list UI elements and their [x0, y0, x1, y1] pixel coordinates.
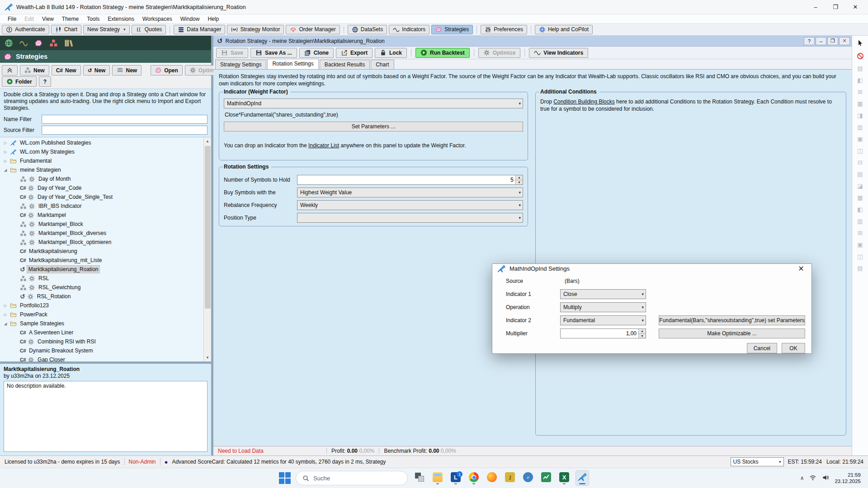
tree-item-label[interactable]: Marktkapitalisierung_Roation: [27, 266, 100, 273]
tree-item-label[interactable]: Marktkapitalisierung_mit_Liste: [28, 257, 103, 264]
indicator-list-link[interactable]: Indicator List: [308, 142, 339, 149]
volume-icon[interactable]: [822, 474, 829, 483]
tree-item[interactable]: ◢meine Strategien: [0, 165, 203, 174]
right-rail-tool-icon[interactable]: ◫: [857, 253, 863, 259]
tree-item-label[interactable]: Day of Year_Code_Single_Test: [36, 193, 114, 201]
maximize-button[interactable]: ❐: [826, 0, 845, 14]
spin-up-icon[interactable]: ▲: [639, 329, 646, 333]
menu-tools[interactable]: Tools: [83, 15, 104, 23]
spin-up-icon[interactable]: ▲: [516, 175, 523, 180]
indicator-combobox[interactable]: MathIndOpInd ▾: [224, 99, 523, 108]
tree-item[interactable]: Marktampel_Block: [0, 220, 203, 229]
data-manager-button[interactable]: Data Manager: [174, 25, 225, 34]
tree-item-label[interactable]: WL.com Published Strategies: [19, 139, 92, 146]
tree-item[interactable]: C#Marktkapitalisierung: [0, 247, 203, 256]
view-indicators-button[interactable]: View Indicators: [529, 48, 588, 58]
tree-item[interactable]: C#Day of Year_Code: [0, 183, 203, 192]
tree-item-label[interactable]: Sample Strategies: [19, 320, 66, 327]
right-rail-tool-icon[interactable]: ⊞: [858, 230, 863, 236]
menu-extensions[interactable]: Extensions: [104, 15, 138, 23]
tree-item[interactable]: ▷Fundamental: [0, 156, 203, 165]
tree-item-label[interactable]: Marktampel_Block_optimieren: [37, 239, 113, 246]
tree-item[interactable]: ▷WL.com Published Strategies: [0, 138, 203, 147]
run-backtest-button[interactable]: Run Backtest: [415, 48, 470, 58]
right-rail-tool-icon[interactable]: ◧: [857, 206, 863, 212]
right-rail-tool-icon[interactable]: ▤: [857, 265, 863, 271]
datasets-button[interactable]: DataSets: [348, 25, 387, 34]
help-and-copilot-button[interactable]: Help and CoPilot: [535, 25, 593, 34]
tree-item[interactable]: C#Day of Year_Code_Single_Test: [0, 192, 203, 202]
market-combobox[interactable]: US Stocks ▾: [731, 457, 784, 466]
tree-item[interactable]: ▷Portfolio123: [0, 301, 203, 310]
tab-rotation-settings[interactable]: Rotation Settings: [267, 59, 318, 69]
taskbar-search[interactable]: Suche: [296, 471, 408, 485]
wealthlab-icon[interactable]: [576, 470, 589, 486]
tab-chart[interactable]: Chart: [371, 60, 394, 69]
new-button[interactable]: ↺New: [83, 65, 110, 75]
tree-item-label[interactable]: Day of Month: [37, 175, 72, 183]
doc-help-button[interactable]: ?: [804, 37, 815, 45]
wifi-icon[interactable]: [809, 474, 816, 483]
tree-item[interactable]: ▷WL.com My Strategies: [0, 147, 203, 156]
order-manager-button[interactable]: Order Manager: [286, 25, 340, 34]
tree-item-label[interactable]: Fundamental: [19, 157, 53, 164]
tree-item-label[interactable]: Marktampel: [36, 211, 67, 219]
right-rail-tool-icon[interactable]: ▣: [857, 242, 863, 248]
menu-help[interactable]: Help: [203, 15, 223, 23]
save-as-button[interactable]: Save As ...: [250, 48, 297, 58]
authenticate-button[interactable]: Authenticate: [2, 25, 49, 34]
right-rail-tool-icon[interactable]: ▦: [857, 101, 863, 107]
menu-view[interactable]: View: [38, 15, 58, 23]
?-button[interactable]: ?: [39, 76, 51, 87]
tree-scrollbar[interactable]: ▲ ▼: [203, 137, 211, 361]
right-rail-tool-icon[interactable]: ⊟: [858, 160, 863, 165]
chrome-icon[interactable]: [467, 470, 481, 486]
right-rail-tool-icon[interactable]: ◫: [857, 148, 863, 154]
doc-maximize-button[interactable]: ❐: [827, 37, 838, 45]
no-entry-icon[interactable]: [857, 52, 864, 60]
symbols-to-hold-stepper[interactable]: ▲▼: [297, 175, 523, 185]
tree-item[interactable]: C#Marktkapitalisierung_mit_Liste: [0, 256, 203, 265]
new-strategy-button[interactable]: New Strategy▾: [83, 25, 130, 34]
tree-collapsed-icon[interactable]: ▷: [3, 313, 8, 317]
tree-item-label[interactable]: WL.com My Strategies: [19, 148, 76, 155]
tree-expanded-icon[interactable]: ◢: [3, 322, 8, 326]
fundamental-set-parameters-button[interactable]: Fundamental(Bars,"sharesoutstanding",tru…: [659, 315, 805, 325]
start-button[interactable]: [279, 472, 291, 484]
tray-expand-icon[interactable]: ∧: [800, 475, 804, 481]
task-view-icon[interactable]: [413, 470, 426, 486]
right-rail-tool-icon[interactable]: ▤: [857, 171, 863, 177]
make-optimizable-button[interactable]: Make Optimizable ...: [659, 328, 805, 338]
libreoffice-icon[interactable]: L1: [449, 470, 462, 486]
tree-item[interactable]: RSL: [0, 274, 203, 283]
operation-combobox[interactable]: Multiply▾: [560, 302, 646, 312]
tree-collapsed-icon[interactable]: ▷: [3, 150, 8, 154]
tree-item-label[interactable]: IBR_IBS Indicator: [37, 202, 83, 210]
tree-item-label[interactable]: Gap Closer: [36, 356, 66, 361]
tree-collapsed-icon[interactable]: ▷: [3, 159, 8, 163]
tree-item-label[interactable]: A Seventeen Liner: [28, 329, 75, 336]
tree-item-label[interactable]: Day of Year_Code: [36, 184, 83, 192]
tree-collapsed-icon[interactable]: ▷: [3, 141, 8, 145]
new-button[interactable]: New: [112, 65, 142, 75]
right-rail-tool-icon[interactable]: ◧: [857, 77, 863, 83]
tree-item-label[interactable]: PowerPack: [19, 311, 49, 318]
file-explorer-icon[interactable]: [431, 470, 444, 486]
new-button[interactable]: New: [20, 65, 49, 75]
name-filter-input[interactable]: [42, 115, 208, 124]
tree-item-label[interactable]: meine Strategien: [19, 166, 62, 174]
lock-button[interactable]: Lock: [375, 48, 407, 58]
magnifier-app-icon[interactable]: ⌕: [521, 470, 535, 486]
scrollbar-thumb[interactable]: [205, 146, 211, 309]
close-button[interactable]: ✕: [845, 0, 865, 14]
tree-item[interactable]: Marktampel_Block_diverses: [0, 229, 203, 238]
rebalance-frequency-combobox[interactable]: Weekly ▾: [297, 200, 523, 210]
right-rail-tool-icon[interactable]: ▣: [857, 136, 863, 142]
open-button[interactable]: Open: [151, 65, 183, 75]
save-button[interactable]: Save: [216, 48, 248, 58]
menu-edit[interactable]: Edit: [20, 15, 38, 23]
new-button[interactable]: C#New: [52, 65, 81, 75]
tree-collapsed-icon[interactable]: ▷: [3, 304, 8, 308]
tree-item-label[interactable]: Dynamic Breakout System: [28, 347, 94, 354]
tree-item-label[interactable]: Combining RSI with RSI: [36, 338, 97, 345]
